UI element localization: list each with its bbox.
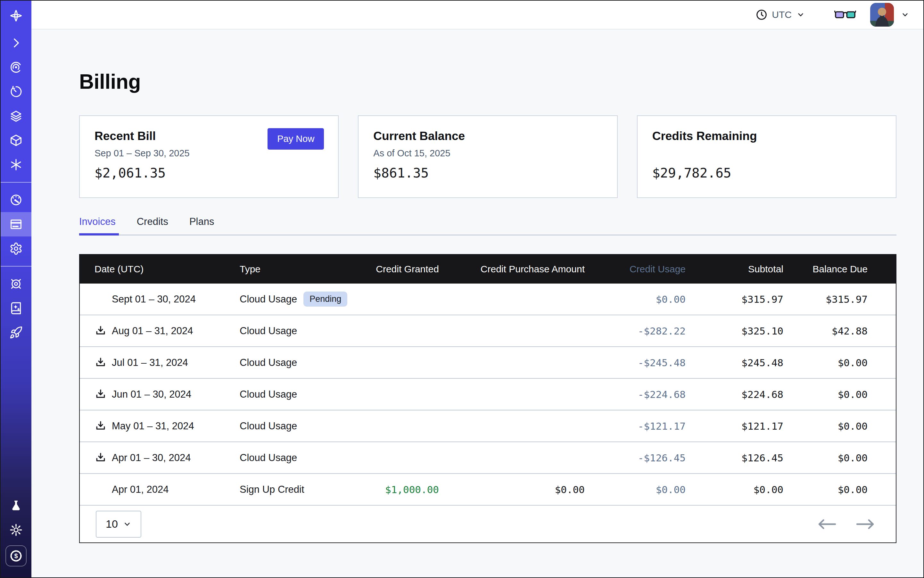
sidebar-divider [1,266,31,266]
tabs: InvoicesCreditsPlans [79,216,896,235]
avatar[interactable] [870,3,894,27]
invoice-date: Apr 01, 2024 [112,484,169,495]
clock-icon [755,9,768,21]
invoice-type: Cloud Usage [240,452,297,464]
sidebar-bottom-group: $ [1,494,31,577]
download-icon[interactable] [94,325,107,337]
column-header: Credit Purchase Amount [439,264,585,274]
credit-usage-value: -$121.17 [585,421,685,432]
history-icon [9,85,23,98]
invoice-date: Sept 01 – 30, 2024 [112,294,196,305]
date-cell: May 01 – 31, 2024 [80,420,224,432]
arrow-right-icon[interactable] [856,519,875,529]
type-cell: Cloud Usage [224,357,372,369]
sidebar-item-credits[interactable]: $ [5,546,27,567]
sidebar-item-packages[interactable] [1,128,31,153]
credit-granted-value: $1,000.00 [372,484,439,495]
balance-due-value: $42.88 [783,325,897,337]
date-cell: Apr 01 – 30, 2024 [80,452,224,464]
subtotal-value: $325.10 [685,325,783,337]
download-icon[interactable] [94,357,107,369]
3d-glasses-icon[interactable] [834,9,856,21]
invoice-type: Sign Up Credit [240,484,304,495]
table-row: Aug 01 – 31, 2024 Cloud Usage -$282.22 $… [80,315,896,347]
credit-usage-value: -$245.48 [585,357,685,369]
invoice-date: Jul 01 – 31, 2024 [112,357,188,369]
summary-cards: Recent Bill Sep 01 – Sep 30, 2025 $2,061… [79,115,896,198]
balance-due-value: $0.00 [783,421,897,432]
date-cell: Apr 01, 2024 [80,484,224,496]
download-icon[interactable] [94,452,107,464]
sidebar-item-theme[interactable] [1,518,31,542]
pay-now-button[interactable]: Pay Now [268,128,324,149]
column-header: Type [224,264,372,274]
recent-bill-card: Recent Bill Sep 01 – Sep 30, 2025 $2,061… [79,115,339,198]
table-row: Apr 01 – 30, 2024 Cloud Usage -$126.45 $… [80,442,896,474]
sidebar-item-expand[interactable] [1,31,31,55]
table-row: Jul 01 – 31, 2024 Cloud Usage -$245.48 $… [80,347,896,379]
sidebar-item-observe[interactable] [1,55,31,80]
credits-remaining-amount: $29,782.65 [652,165,881,181]
iris-scan-icon [9,60,23,74]
balance-due-value: $0.00 [783,452,897,464]
sidebar-item-history[interactable] [1,80,31,104]
table-row: Jun 01 – 30, 2024 Cloud Usage -$224.68 $… [80,379,896,411]
card-title: Credits Remaining [652,130,881,143]
sidebar-item-labs[interactable] [1,494,31,518]
column-header: Date (UTC) [80,264,224,274]
asterisk-icon [9,158,23,171]
sidebar-item-services[interactable] [1,153,31,177]
logo-orbit-icon [9,9,23,23]
billing-page: $ UTC [0,0,924,578]
page-size-select[interactable]: 10 [96,511,141,537]
sun-icon [9,523,23,537]
subtotal-value: $126.45 [685,452,783,464]
invoice-type: Cloud Usage [240,421,297,432]
balance-due-value: $0.00 [783,389,897,400]
sidebar-item-usage[interactable] [1,188,31,212]
invoice-table-body: Sept 01 – 30, 2024 Cloud Usage Pending $… [80,284,896,506]
date-cell: Sept 01 – 30, 2024 [80,293,224,305]
invoice-type: Cloud Usage [240,294,297,305]
chevron-down-icon[interactable] [900,10,910,19]
sidebar-divider [1,182,31,183]
credit-usage-value: $0.00 [585,484,685,495]
flask-icon [9,499,23,512]
recent-bill-amount: $2,061.35 [94,165,323,181]
table-row: Sept 01 – 30, 2024 Cloud Usage Pending $… [80,284,896,315]
chevron-down-icon [123,520,132,528]
invoice-type: Cloud Usage [240,357,297,369]
main-content: Billing Recent Bill Sep 01 – Sep 30, 202… [31,29,923,577]
arrow-left-icon[interactable] [818,519,836,529]
type-cell: Cloud Usage Pending [224,292,372,307]
column-header: Credit Usage [585,264,685,274]
date-cell: Jun 01 – 30, 2024 [80,388,224,401]
tab-credits[interactable]: Credits [137,216,168,235]
sidebar-item-settings[interactable] [1,237,31,261]
type-cell: Cloud Usage [224,389,372,400]
sidebar-item-getting-started[interactable] [1,320,31,345]
timezone-label: UTC [772,9,792,20]
table-row: Apr 01, 2024 Sign Up Credit $1,000.00 $0… [80,474,896,506]
tab-invoices[interactable]: Invoices [79,216,116,235]
date-cell: Jul 01 – 31, 2024 [80,357,224,369]
sidebar-item-docs[interactable] [1,296,31,320]
credit-usage-value: $0.00 [585,294,685,305]
sidebar-item-support[interactable] [1,272,31,296]
invoice-type: Cloud Usage [240,325,297,337]
invoice-type: Cloud Usage [240,389,297,400]
subtotal-value: $245.48 [685,357,783,369]
column-header: Balance Due [783,264,897,274]
timezone-selector[interactable]: UTC [755,9,805,21]
sidebar-logo[interactable] [1,1,31,31]
type-cell: Cloud Usage [224,325,372,337]
sidebar-item-layers[interactable] [1,104,31,128]
type-cell: Cloud Usage [224,421,372,432]
invoice-table: Date (UTC)TypeCredit GrantedCredit Purch… [79,254,896,543]
tab-plans[interactable]: Plans [189,216,214,235]
download-icon[interactable] [94,420,107,432]
sidebar-item-billing[interactable] [1,212,31,237]
date-cell: Aug 01 – 31, 2024 [80,325,224,337]
invoice-date: May 01 – 31, 2024 [112,421,194,432]
download-icon[interactable] [94,388,107,401]
